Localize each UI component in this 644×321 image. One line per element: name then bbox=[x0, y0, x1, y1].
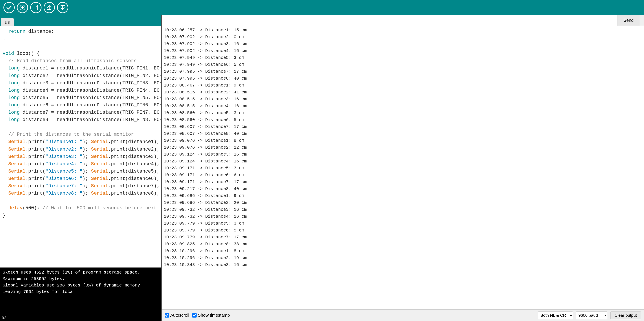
send-button[interactable]: Send bbox=[617, 15, 640, 26]
new-file-button[interactable] bbox=[30, 2, 42, 13]
scrollbar-stub bbox=[640, 15, 644, 26]
autoscroll-checkbox[interactable] bbox=[164, 313, 169, 318]
serial-bottom-bar: Autoscroll Show timestamp No line ending… bbox=[162, 309, 644, 321]
serial-log-line: 10:23:07.949 -> Distance6: 5 cm bbox=[164, 61, 642, 68]
line-ending-select[interactable]: No line ending Newline Carriage return B… bbox=[538, 312, 573, 319]
serial-log-line: 10:23:09.779 -> Distance7: 17 cm bbox=[164, 234, 642, 241]
serial-log-line: 10:23:08.607 -> Distance7: 17 cm bbox=[164, 123, 642, 130]
line-number-bar: 92 bbox=[0, 315, 161, 321]
serial-monitor-panel: Send 10:23:06.257 -> Distance1: 15 cm10:… bbox=[162, 15, 644, 321]
autoscroll-text: Autoscroll bbox=[170, 313, 189, 318]
serial-log-line: 10:23:08.467 -> Distance1: 9 cm bbox=[164, 82, 642, 89]
serial-log-line: 10:23:07.995 -> Distance8: 40 cm bbox=[164, 75, 642, 82]
serial-input[interactable] bbox=[162, 15, 617, 26]
serial-log-line: 10:23:08.515 -> Distance4: 16 cm bbox=[164, 103, 642, 110]
serial-log-line: 10:23:07.902 -> Distance4: 16 cm bbox=[164, 47, 642, 54]
upload-button[interactable] bbox=[17, 2, 28, 13]
main-area: us return distance; } void loop() { // R… bbox=[0, 15, 644, 321]
serial-log-line: 10:23:09.124 -> Distance3: 16 cm bbox=[164, 151, 642, 158]
console-output-line: Global variables use 288 bytes (3%) of d… bbox=[2, 282, 158, 295]
serial-log-line: 10:23:09.171 -> Distance6: 6 cm bbox=[164, 172, 642, 179]
console-output: Sketch uses 4522 bytes (1%) of program s… bbox=[0, 268, 161, 315]
serial-log-line: 10:23:09.825 -> Distance8: 38 cm bbox=[164, 241, 642, 248]
serial-log-line: 10:23:10.296 -> Distance2: 19 cm bbox=[164, 255, 642, 261]
serial-log-line: 10:23:09.686 -> Distance1: 9 cm bbox=[164, 192, 642, 199]
serial-log-line: 10:23:06.257 -> Distance1: 15 cm bbox=[164, 27, 642, 34]
serial-log-line: 10:23:09.732 -> Distance4: 16 cm bbox=[164, 213, 642, 220]
serial-log-line: 10:23:09.171 -> Distance7: 17 cm bbox=[164, 179, 642, 185]
serial-log-line: 10:23:08.560 -> Distance5: 3 cm bbox=[164, 110, 642, 117]
serial-log-line: 10:23:08.560 -> Distance6: 5 cm bbox=[164, 117, 642, 123]
code-editor[interactable]: return distance; } void loop() { // Read… bbox=[0, 26, 161, 268]
serial-log-line: 10:23:07.995 -> Distance7: 17 cm bbox=[164, 68, 642, 75]
autoscroll-label[interactable]: Autoscroll bbox=[164, 313, 189, 318]
save-file-button[interactable] bbox=[57, 2, 68, 13]
serial-log-line: 10:23:08.515 -> Distance2: 41 cm bbox=[164, 89, 642, 96]
serial-log-line: 10:23:09.779 -> Distance6: 5 cm bbox=[164, 227, 642, 234]
serial-log-line: 10:23:09.076 -> Distance1: 8 cm bbox=[164, 137, 642, 144]
serial-log-line: 10:23:10.343 -> Distance3: 16 cm bbox=[164, 261, 642, 268]
show-timestamp-label[interactable]: Show timestamp bbox=[192, 313, 230, 318]
serial-log-line: 10:23:08.515 -> Distance3: 16 cm bbox=[164, 96, 642, 103]
open-file-button[interactable] bbox=[44, 2, 55, 13]
serial-log-line: 10:23:07.902 -> Distance2: 0 cm bbox=[164, 34, 642, 40]
clear-output-button[interactable]: Clear output bbox=[610, 312, 641, 319]
serial-output[interactable]: 10:23:06.257 -> Distance1: 15 cm10:23:07… bbox=[162, 26, 644, 309]
serial-input-bar: Send bbox=[162, 15, 644, 26]
editor-panel: us return distance; } void loop() { // R… bbox=[0, 15, 162, 321]
timestamp-text: Show timestamp bbox=[198, 313, 230, 318]
serial-log-line: 10:23:09.217 -> Distance8: 40 cm bbox=[164, 185, 642, 192]
console-output-line: Sketch uses 4522 bytes (1%) of program s… bbox=[2, 269, 158, 282]
serial-log-line: 10:23:08.607 -> Distance8: 40 cm bbox=[164, 130, 642, 137]
verify-button[interactable] bbox=[4, 2, 15, 13]
baud-rate-select[interactable]: 300 baud 1200 baud 2400 baud 4800 baud 9… bbox=[576, 312, 607, 319]
line-number-value: 92 bbox=[2, 316, 6, 320]
serial-log-line: 10:23:07.949 -> Distance5: 3 cm bbox=[164, 54, 642, 61]
serial-log-line: 10:23:09.732 -> Distance3: 16 cm bbox=[164, 206, 642, 213]
tab-bar: us bbox=[0, 15, 161, 26]
svg-rect-1 bbox=[34, 5, 37, 10]
serial-log-line: 10:23:09.076 -> Distance2: 22 cm bbox=[164, 144, 642, 151]
toolbar bbox=[0, 0, 644, 15]
serial-log-line: 10:23:07.902 -> Distance3: 16 cm bbox=[164, 40, 642, 47]
serial-log-line: 10:23:10.296 -> Distance1: 8 cm bbox=[164, 248, 642, 255]
serial-log-line: 10:23:09.779 -> Distance5: 3 cm bbox=[164, 220, 642, 227]
file-tab[interactable]: us bbox=[1, 18, 14, 26]
serial-log-line: 10:23:09.124 -> Distance4: 16 cm bbox=[164, 158, 642, 165]
serial-log-line: 10:23:09.686 -> Distance2: 20 cm bbox=[164, 199, 642, 206]
timestamp-checkbox[interactable] bbox=[192, 313, 196, 318]
serial-log-line: 10:23:09.171 -> Distance5: 3 cm bbox=[164, 165, 642, 172]
